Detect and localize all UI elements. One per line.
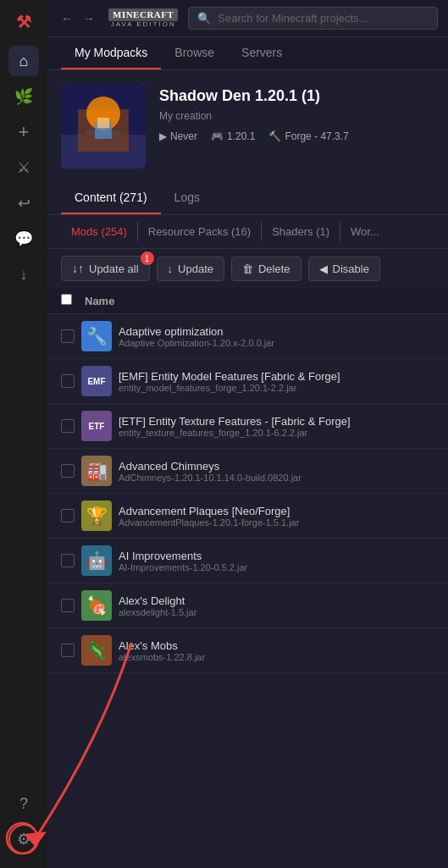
main-content: ← → MINECRAFT JAVA EDITION 🔍 Search for … <box>47 0 448 868</box>
sidebar-icon-login[interactable]: ↩ <box>8 188 39 218</box>
sword-icon: ⚔ <box>17 158 30 177</box>
filter-shaders[interactable]: Shaders (1) <box>262 222 340 241</box>
content-tabs: Content (271) Logs <box>47 182 448 215</box>
settings-icon: ⚙ <box>17 830 30 849</box>
delete-button[interactable]: 🗑 Delete <box>231 257 301 281</box>
forward-button[interactable]: → <box>80 10 98 27</box>
disable-icon: ◀ <box>319 263 328 275</box>
table-name-label: Name <box>85 295 114 307</box>
update-all-icon: ↓↑ <box>72 262 84 275</box>
mod-checkbox[interactable] <box>61 464 75 478</box>
mod-icon: 🤖 <box>81 545 112 576</box>
mod-file: AdChimneys-1.20.1-10.1.14.0-build.0820.j… <box>119 473 434 483</box>
mod-list-item[interactable]: 🔧Adaptive optimizationAdaptive Optimizat… <box>47 314 448 359</box>
filter-worlds[interactable]: Wor... <box>340 222 390 241</box>
tab-servers[interactable]: Servers <box>228 37 296 69</box>
tab-my-modpacks[interactable]: My Modpacks <box>61 37 161 69</box>
table-header: Name <box>47 288 448 314</box>
delete-icon: 🗑 <box>242 263 253 275</box>
mod-icon: 🦎 <box>81 635 112 666</box>
mod-file: alexsmobs-1.22.8.jar <box>119 652 434 662</box>
disable-button[interactable]: ◀ Disable <box>308 257 380 281</box>
svg-rect-6 <box>97 118 109 128</box>
add-icon: + <box>19 121 30 143</box>
mod-checkbox[interactable] <box>61 599 75 612</box>
mod-text: AI ImprovementsAI-Improvements-1.20-0.5.… <box>119 550 434 572</box>
sidebar: ⚒ ⌂ 🌿 + ⚔ ↩ 💬 ↓ ? ⚙ <box>0 0 47 868</box>
meta-forge: 🔨 Forge - 47.3.7 <box>268 130 348 142</box>
update-badge: 1 <box>141 252 154 265</box>
mod-name: Alex's Delight <box>119 594 434 607</box>
sidebar-icon-settings[interactable]: ⚙ <box>8 824 39 854</box>
mod-text: Alex's Delightalexsdelight-1.5.jar <box>119 594 434 617</box>
mod-name: Advanced Chimneys <box>119 460 434 473</box>
mod-icon: EMF <box>81 366 112 396</box>
update-all-button[interactable]: ↓↑ Update all 1 <box>61 256 150 281</box>
filter-resource-packs[interactable]: Resource Packs (16) <box>138 222 262 241</box>
mod-checkbox[interactable] <box>61 554 75 567</box>
modpack-meta: ▶ Never 🎮 1.20.1 🔨 Forge - 47.3.7 <box>159 130 349 142</box>
nav-buttons: ← → <box>58 10 98 27</box>
mod-list-item[interactable]: ETF[ETF] Entity Texture Features - [Fabr… <box>47 404 448 449</box>
mod-text: Advancement Plaques [Neo/Forge]Advanceme… <box>119 505 434 528</box>
mod-file: AdvancementPlaques-1.20.1-forge-1.5.1.ja… <box>119 517 434 528</box>
mod-list-item[interactable]: 🏆Advancement Plaques [Neo/Forge]Advancem… <box>47 494 448 539</box>
mod-checkbox[interactable] <box>61 329 75 343</box>
mod-text: [EMF] Entity Model Features [Fabric & Fo… <box>119 370 434 393</box>
mod-checkbox[interactable] <box>61 374 75 388</box>
grass-block-icon: 🌿 <box>14 87 33 106</box>
back-button[interactable]: ← <box>58 10 76 27</box>
gamepad-icon: 🎮 <box>211 130 224 142</box>
sidebar-icon-home[interactable]: ⌂ <box>8 46 39 76</box>
sidebar-icon-grass[interactable]: 🌿 <box>8 81 39 112</box>
minecraft-logo: MINECRAFT JAVA EDITION <box>108 8 178 28</box>
mod-checkbox[interactable] <box>61 419 75 433</box>
mod-checkbox[interactable] <box>61 509 75 522</box>
mod-icon: 🏆 <box>81 500 112 531</box>
mod-list-item[interactable]: EMF[EMF] Entity Model Features [Fabric &… <box>47 359 448 404</box>
download-icon: ↓ <box>20 266 28 284</box>
search-icon: 🔍 <box>197 12 211 25</box>
login-icon: ↩ <box>18 194 30 213</box>
forge-icon: 🔨 <box>268 130 281 142</box>
tab-browse[interactable]: Browse <box>161 37 228 69</box>
search-bar[interactable]: 🔍 Search for Minecraft projects... <box>188 7 438 30</box>
mod-file: Adaptive Optimization-1.20.x-2.0.0.jar <box>119 338 434 348</box>
app-logo[interactable]: ⚒ <box>8 7 39 37</box>
sidebar-icon-add[interactable]: + <box>8 117 39 147</box>
select-all-checkbox[interactable] <box>61 294 72 305</box>
search-placeholder: Search for Minecraft projects... <box>218 12 368 25</box>
mod-list-item[interactable]: 🤖AI ImprovementsAI-Improvements-1.20-0.5… <box>47 539 448 583</box>
mod-list-item[interactable]: 🦎Alex's Mobsalexsmobs-1.22.8.jar <box>47 628 448 673</box>
filter-mods[interactable]: Mods (254) <box>61 222 138 241</box>
modpack-info: Shadow Den 1.20.1 (1) My creation ▶ Neve… <box>159 84 349 169</box>
mod-file: alexsdelight-1.5.jar <box>119 607 434 617</box>
action-bar: ↓↑ Update all 1 ↓ Update 🗑 Delete ◀ Disa… <box>47 249 448 288</box>
mod-icon: 🍖 <box>81 590 112 621</box>
mod-text: Adaptive optimizationAdaptive Optimizati… <box>119 325 434 348</box>
mod-list-item[interactable]: 🍖Alex's Delightalexsdelight-1.5.jar <box>47 583 448 628</box>
tab-logs[interactable]: Logs <box>161 182 213 214</box>
java-edition-text: JAVA EDITION <box>111 21 176 28</box>
mod-checkbox[interactable] <box>61 644 75 657</box>
mod-name: [ETF] Entity Texture Features - [Fabric … <box>119 415 434 428</box>
sidebar-icon-discord[interactable]: 💬 <box>8 224 39 254</box>
tab-content[interactable]: Content (271) <box>61 182 161 214</box>
mod-list: 🔧Adaptive optimizationAdaptive Optimizat… <box>47 314 448 868</box>
update-button[interactable]: ↓ Update <box>157 257 224 281</box>
mod-name: [EMF] Entity Model Features [Fabric & Fo… <box>119 370 434 383</box>
home-icon: ⌂ <box>19 53 29 70</box>
sidebar-icon-download[interactable]: ↓ <box>8 259 39 290</box>
sidebar-icon-help[interactable]: ? <box>8 788 39 819</box>
update-icon: ↓ <box>168 263 174 275</box>
mod-icon: 🔧 <box>81 321 112 351</box>
mod-text: Advanced ChimneysAdChimneys-1.20.1-10.1.… <box>119 460 434 483</box>
topbar: ← → MINECRAFT JAVA EDITION 🔍 Search for … <box>47 0 448 37</box>
mod-icon: ETF <box>81 411 112 441</box>
meta-play: ▶ Never <box>159 130 197 142</box>
mod-name: Adaptive optimization <box>119 325 434 338</box>
mod-text: Alex's Mobsalexsmobs-1.22.8.jar <box>119 639 434 662</box>
mod-list-item[interactable]: 🏭Advanced ChimneysAdChimneys-1.20.1-10.1… <box>47 449 448 494</box>
mod-text: [ETF] Entity Texture Features - [Fabric … <box>119 415 434 438</box>
sidebar-icon-sword[interactable]: ⚔ <box>8 152 39 183</box>
